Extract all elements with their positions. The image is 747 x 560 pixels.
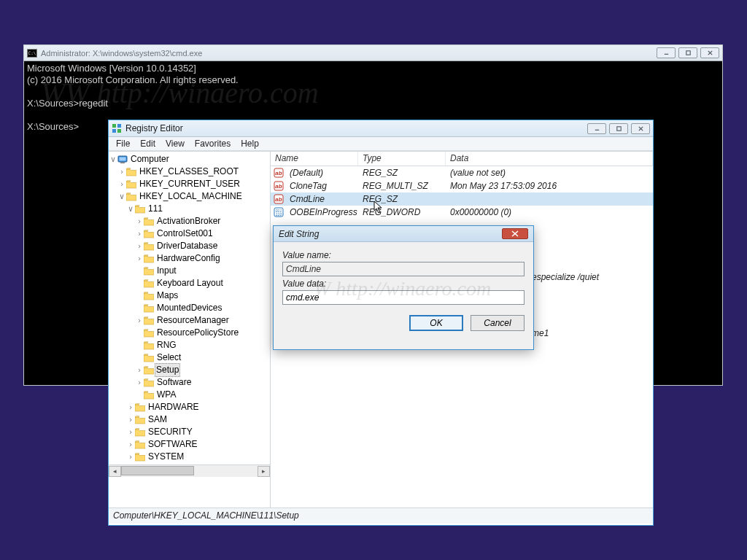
tree-label: ControlSet001 — [156, 228, 214, 240]
tree-activationbroker[interactable]: ›ActivationBroker — [109, 215, 270, 228]
regedit-icon — [112, 123, 122, 133]
tree-label: SYSTEM — [147, 451, 185, 463]
tree-twist-icon[interactable]: › — [117, 166, 126, 178]
folder-icon — [144, 292, 154, 300]
tree-system[interactable]: ›SYSTEM — [109, 451, 270, 463]
folder-icon — [135, 440, 145, 449]
regedit-maximize-button[interactable] — [609, 123, 628, 134]
tree-twist-icon[interactable]: ∨ — [109, 153, 117, 166]
tree-twist-icon[interactable]: › — [126, 426, 135, 438]
tree-twist-icon[interactable]: › — [126, 451, 135, 463]
tree-input[interactable]: Input — [109, 265, 270, 277]
value-type: REG_SZ — [358, 168, 446, 178]
ok-button[interactable]: OK — [409, 315, 463, 331]
value-data: 0x00000000 (0) — [446, 207, 653, 217]
tree-resourcepolicystore[interactable]: ResourcePolicyStore — [109, 327, 270, 339]
tree-maps[interactable]: Maps — [109, 289, 270, 302]
tree-wpa[interactable]: WPA — [109, 389, 270, 401]
col-data[interactable]: Data — [446, 152, 653, 166]
tree-rng[interactable]: RNG — [109, 339, 270, 351]
tree-setup[interactable]: ›Setup — [109, 364, 270, 376]
tree-sam[interactable]: ›SAM — [109, 413, 270, 426]
list-header[interactable]: Name Type Data — [271, 152, 653, 166]
dialog-titlebar[interactable]: Edit String — [274, 226, 533, 242]
cancel-button[interactable]: Cancel — [471, 315, 525, 331]
menu-file[interactable]: File — [112, 138, 134, 149]
cmd-maximize-button[interactable] — [678, 47, 697, 58]
scroll-thumb[interactable] — [121, 466, 194, 475]
tree-computer[interactable]: ∨Computer — [109, 153, 270, 166]
tree-label: Maps — [156, 289, 179, 302]
tree-select[interactable]: Select — [109, 351, 270, 364]
tree-software[interactable]: ›SOFTWARE — [109, 438, 270, 451]
tree-twist-icon[interactable]: › — [126, 438, 135, 451]
tree-label: HardwareConfig — [156, 252, 221, 265]
regedit-minimize-button[interactable] — [587, 123, 606, 134]
svg-rect-9 — [616, 126, 620, 130]
tree-hardware[interactable]: ›HARDWARE — [109, 401, 270, 413]
tree-twist-icon[interactable]: › — [135, 376, 144, 389]
tree-twist-icon[interactable]: › — [135, 314, 144, 327]
value-data-input[interactable] — [282, 290, 525, 305]
menu-edit[interactable]: Edit — [136, 138, 160, 149]
tree-twist-icon[interactable]: › — [135, 215, 144, 228]
list-row[interactable]: ab (Default) REG_SZ (value not set) — [271, 166, 653, 179]
list-row[interactable]: ab CloneTag REG_MULTI_SZ Mon May 23 17:5… — [271, 179, 653, 192]
col-name[interactable]: Name — [271, 152, 358, 166]
value-name-input — [282, 262, 525, 276]
folder-icon — [144, 316, 154, 325]
tree-twist-icon[interactable]: › — [126, 401, 135, 413]
cmd-close-button[interactable] — [700, 47, 719, 58]
dialog-title: Edit String — [279, 229, 319, 239]
tree-hkcr[interactable]: ›HKEY_CLASSES_ROOT — [109, 166, 270, 178]
tree-controlset001[interactable]: ›ControlSet001 — [109, 228, 270, 240]
col-type[interactable]: Type — [358, 152, 446, 166]
tree-111[interactable]: ∨111 — [109, 203, 270, 215]
regedit-close-button[interactable] — [631, 123, 650, 134]
tree-scrollbar[interactable]: ◂ ▸ — [109, 464, 270, 477]
list-row[interactable]: 011110 OOBEInProgress REG_DWORD 0x000000… — [271, 206, 653, 219]
regedit-titlebar[interactable]: Registry Editor — [109, 120, 653, 137]
folder-icon — [144, 341, 154, 350]
tree-twist-icon[interactable]: › — [117, 178, 126, 190]
tree-twist-icon[interactable]: › — [135, 228, 144, 240]
binary-value-icon: 011110 — [274, 207, 284, 217]
regedit-title: Registry Editor — [125, 123, 183, 133]
tree-hardwareconfig[interactable]: ›HardwareConfig — [109, 252, 270, 265]
menu-help[interactable]: Help — [236, 138, 263, 149]
folder-icon — [144, 254, 154, 263]
tree-twist-icon[interactable]: › — [135, 252, 144, 265]
folder-icon — [126, 192, 136, 201]
tree-software[interactable]: ›Software — [109, 376, 270, 389]
tree-twist-icon[interactable]: › — [135, 240, 144, 252]
tree-hklm[interactable]: ∨HKEY_LOCAL_MACHINE — [109, 190, 270, 203]
tree-twist-icon[interactable]: › — [135, 364, 144, 376]
regedit-tree[interactable]: ∨Computer›HKEY_CLASSES_ROOT›HKEY_CURRENT… — [109, 152, 271, 508]
scroll-right-button[interactable]: ▸ — [258, 466, 270, 477]
tree-mounteddevices[interactable]: MountedDevices — [109, 302, 270, 314]
cmd-minimize-button[interactable] — [657, 47, 676, 58]
cmd-titlebar[interactable]: Administrator: X:\windows\system32\cmd.e… — [24, 45, 722, 61]
tree-label: ResourceManager — [156, 314, 230, 327]
svg-rect-7 — [117, 129, 121, 133]
tree-resourcemanager[interactable]: ›ResourceManager — [109, 314, 270, 327]
tree-hkcu[interactable]: ›HKEY_CURRENT_USER — [109, 178, 270, 190]
menu-view[interactable]: View — [161, 138, 189, 149]
folder-icon — [144, 391, 154, 400]
regedit-statusbar: Computer\HKEY_LOCAL_MACHINE\111\Setup — [109, 508, 653, 524]
tree-twist-icon[interactable]: ∨ — [126, 203, 135, 215]
dialog-close-button[interactable] — [502, 228, 528, 239]
list-row[interactable]: ab CmdLine REG_SZ — [271, 192, 653, 206]
tree-security[interactable]: ›SECURITY — [109, 426, 270, 438]
tree-twist-icon[interactable]: ∨ — [117, 190, 126, 203]
scroll-left-button[interactable]: ◂ — [109, 466, 121, 477]
tree-label: HARDWARE — [147, 401, 200, 413]
tree-label: Keyboard Layout — [156, 277, 224, 289]
tree-label: HKEY_CLASSES_ROOT — [139, 166, 239, 178]
menu-favorites[interactable]: Favorites — [190, 138, 235, 149]
tree-keyboard-layout[interactable]: Keyboard Layout — [109, 277, 270, 289]
tree-twist-icon[interactable]: › — [126, 413, 135, 426]
folder-icon — [135, 403, 145, 412]
string-value-icon: ab — [274, 168, 284, 178]
tree-driverdatabase[interactable]: ›DriverDatabase — [109, 240, 270, 252]
